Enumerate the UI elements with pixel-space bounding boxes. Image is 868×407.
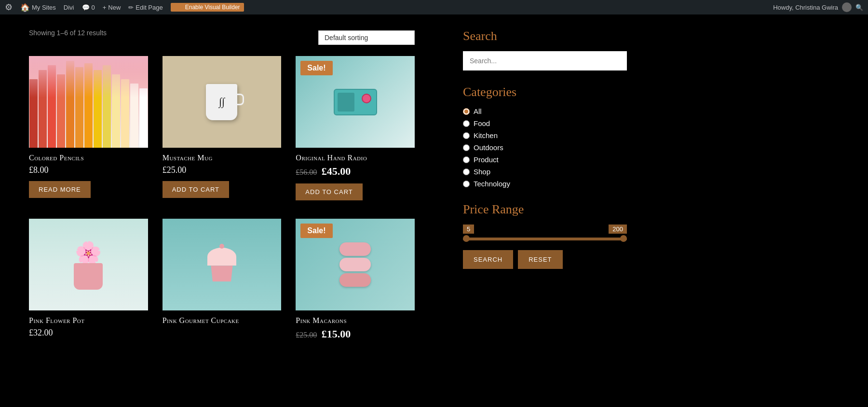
add-to-cart-mustache-mug[interactable]: ADD TO CART — [163, 181, 229, 198]
category-radio-product[interactable] — [463, 156, 470, 163]
price-colored-pencils: £8.00 — [29, 165, 49, 175]
product-image-pink-flower-pot: 🌸 — [29, 219, 148, 310]
flower-composition: 🌸 — [74, 240, 103, 290]
mug-body: ∫∫ — [206, 84, 237, 120]
categories-title: Categories — [463, 85, 627, 99]
price-sale-original-hand-radio: £45.00 — [322, 165, 351, 177]
category-label-all: All — [474, 107, 482, 115]
product-name-pink-macarons: Pink Macarons — [296, 316, 415, 325]
cupcake-shape — [207, 248, 236, 281]
product-card-pink-flower-pot: 🌸 Pink Flower Pot £32.00 — [29, 219, 148, 350]
flower-pot-shape — [74, 263, 103, 290]
product-image-pink-macarons: Sale! — [296, 219, 415, 310]
comment-count: 0 — [92, 4, 95, 11]
product-card-mustache-mug: ∫∫ Mustache Mug £25.00 ADD TO CART — [163, 56, 282, 204]
radio-speaker — [338, 93, 354, 112]
price-buttons: SEARCH RESET — [463, 250, 627, 269]
category-label-kitchen: Kitchen — [474, 131, 498, 140]
product-price-pink-flower-pot: £32.00 — [29, 328, 148, 338]
pencils-art — [29, 56, 148, 148]
search-price-button[interactable]: SEARCH — [463, 250, 513, 269]
macaron-stack — [339, 242, 371, 287]
product-price-original-hand-radio: £56.00 £45.00 — [296, 165, 415, 178]
categories-section: Categories All Food Kitchen Outdoors — [463, 85, 627, 188]
admin-bar: ⚙ 🏠 My Sites Divi 💬 0 + New ✏ Edit Page … — [0, 0, 868, 14]
category-item-shop[interactable]: Shop — [463, 168, 627, 176]
macaron-top — [339, 242, 371, 256]
add-to-cart-original-hand-radio[interactable]: ADD TO CART — [296, 183, 362, 200]
divi-menu[interactable]: Divi — [64, 4, 74, 11]
reset-button[interactable]: RESET — [518, 250, 562, 269]
category-radio-shop[interactable] — [463, 168, 470, 175]
product-name-pink-gourmet-cupcake: Pink Gourmet Cupcake — [163, 316, 282, 325]
product-image-mustache-mug: ∫∫ — [163, 56, 282, 148]
product-info-colored-pencils: Colored Pencils £8.00 READ MORE — [29, 148, 148, 202]
products-section: Showing 1–6 of 12 results Default sortin… — [0, 24, 444, 355]
my-sites-icon: 🏠 — [20, 3, 30, 12]
product-card-colored-pencils: Colored Pencils £8.00 READ MORE — [29, 56, 148, 204]
price-sale-pink-macarons: £15.00 — [322, 328, 351, 340]
my-sites-label: My Sites — [32, 4, 56, 11]
cupcake-bottom — [210, 266, 234, 281]
sort-select[interactable]: Default sorting Sort by popularity Sort … — [318, 30, 415, 45]
product-price-mustache-mug: £25.00 — [163, 165, 282, 175]
price-max-label: 200 — [609, 225, 627, 234]
radio-body — [334, 89, 377, 115]
sale-badge-original-hand-radio: Sale! — [300, 61, 332, 75]
product-info-mustache-mug: Mustache Mug £25.00 ADD TO CART — [163, 148, 282, 202]
product-card-original-hand-radio: Sale! Original Hand Radio £56.00 £45.00 — [296, 56, 415, 204]
product-name-pink-flower-pot: Pink Flower Pot — [29, 316, 148, 325]
new-content-button[interactable]: + New — [103, 4, 121, 11]
range-slider-thumb-right[interactable] — [620, 235, 627, 242]
category-radio-technology[interactable] — [463, 181, 470, 187]
category-item-food[interactable]: Food — [463, 119, 627, 127]
new-label: New — [108, 4, 121, 11]
flower-emoji: 🌸 — [75, 240, 102, 266]
read-more-colored-pencils[interactable]: READ MORE — [29, 181, 91, 198]
product-info-pink-macarons: Pink Macarons £25.00 £15.00 — [296, 310, 415, 350]
flower-art: 🌸 — [29, 219, 148, 310]
range-slider-thumb-left[interactable] — [463, 235, 470, 242]
product-name-original-hand-radio: Original Hand Radio — [296, 154, 415, 162]
range-slider-track — [463, 238, 627, 240]
category-radio-kitchen[interactable] — [463, 132, 470, 139]
product-image-pink-gourmet-cupcake — [163, 219, 282, 310]
category-label-product: Product — [474, 155, 499, 164]
price-old-pink-macarons: £25.00 — [296, 331, 317, 339]
category-item-outdoors[interactable]: Outdoors — [463, 143, 627, 152]
category-label-shop: Shop — [474, 168, 490, 176]
search-input[interactable] — [463, 51, 627, 70]
product-price-colored-pencils: £8.00 — [29, 165, 148, 175]
wp-logo[interactable]: ⚙ — [5, 2, 13, 13]
category-radio-outdoors[interactable] — [463, 144, 470, 151]
sorting-bar: Showing 1–6 of 12 results Default sortin… — [29, 29, 415, 46]
category-item-all[interactable]: All — [463, 107, 627, 115]
sidebar: Search Categories All Food Kitchen — [444, 24, 646, 355]
category-label-technology: Technology — [474, 180, 510, 188]
cupcake-cherry — [219, 244, 224, 249]
product-price-pink-macarons: £25.00 £15.00 — [296, 328, 415, 340]
my-sites-menu[interactable]: 🏠 My Sites — [20, 3, 56, 12]
category-item-kitchen[interactable]: Kitchen — [463, 131, 627, 140]
search-title: Search — [463, 29, 627, 43]
category-radio-all[interactable] — [463, 108, 470, 115]
edit-page-button[interactable]: ✏ Edit Page — [128, 4, 163, 11]
price-mustache-mug: £25.00 — [163, 165, 187, 175]
category-radio-food[interactable] — [463, 120, 470, 127]
category-label-outdoors: Outdoors — [474, 143, 503, 152]
category-item-technology[interactable]: Technology — [463, 180, 627, 188]
price-pink-flower-pot: £32.00 — [29, 328, 53, 337]
enable-visual-builder-button[interactable]: Enable Visual Builder — [171, 3, 244, 12]
product-image-colored-pencils — [29, 56, 148, 148]
edit-page-label: Edit Page — [136, 4, 163, 11]
mug-handle — [237, 94, 244, 105]
user-info: Howdy, Christina Gwira 🔍 — [773, 2, 863, 12]
price-min-label: 5 — [463, 225, 474, 234]
divi-circle-icon — [175, 4, 181, 11]
product-info-original-hand-radio: Original Hand Radio £56.00 £45.00 ADD TO… — [296, 148, 415, 204]
divi-label: Divi — [64, 4, 74, 11]
comments-counter[interactable]: 💬 0 — [82, 4, 95, 11]
category-item-product[interactable]: Product — [463, 155, 627, 164]
search-icon-admin[interactable]: 🔍 — [855, 4, 863, 11]
visual-builder-label: Enable Visual Builder — [185, 4, 240, 11]
